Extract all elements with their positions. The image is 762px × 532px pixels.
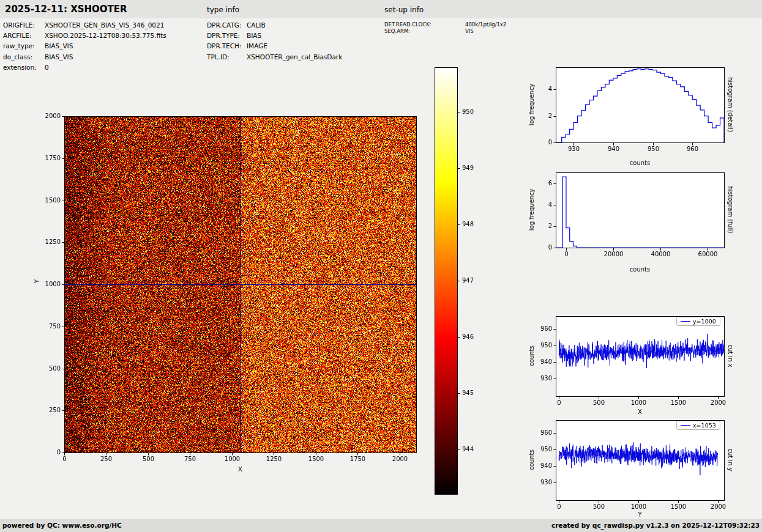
row-det-read-clock: DET.READ.CLOCK:400k/1pt/lg/1x2: [384, 21, 506, 28]
row-tpl-id: TPL.ID:XSHOOTER_gen_cal_BiasDark: [207, 52, 342, 62]
cut-in-x-panel: X counts cut in x y=1000: [523, 307, 738, 423]
field-label: DPR.CATG:: [207, 20, 247, 31]
field-label: DPR.TYPE:: [207, 31, 247, 41]
cut-in-y-panel: Y counts cut in y x=1053: [523, 411, 738, 527]
x-axis-label: X: [64, 466, 416, 473]
field-value: BIAS_VIS: [45, 53, 73, 61]
legend-line-sample: [681, 425, 690, 426]
field-label: DPR.TECH:: [207, 41, 247, 51]
field-value: IMAGE: [247, 42, 267, 50]
legend-label: y=1000: [693, 318, 716, 325]
field-label: DET.READ.CLOCK:: [384, 21, 465, 28]
footer-bar: powered by QC: www.eso.org/HC created by…: [0, 519, 762, 532]
bias-image-canvas: [24, 92, 428, 489]
panel-side-label: histogram (full): [727, 186, 734, 233]
legend: x=1053: [676, 421, 720, 430]
row-seq-arm: SEQ.ARM:VIS: [384, 28, 506, 35]
setup-info-heading: set-up info: [384, 6, 424, 14]
row-dpr-tech: DPR.TECH:IMAGE: [207, 41, 342, 51]
type-info-heading: type info: [207, 6, 239, 14]
x-axis-label: Y: [556, 511, 724, 518]
footer-left: powered by QC: www.eso.org/HC: [2, 522, 122, 529]
row-arcfile: ARCFILE:XSHOO.2025-12-12T08:30:53.775.fi…: [3, 31, 166, 41]
field-label: ORIGFILE:: [3, 20, 45, 31]
legend: y=1000: [676, 317, 720, 326]
page-title: 2025-12-11: XSHOOTER: [5, 4, 127, 15]
field-label: do_class:: [3, 52, 45, 62]
histogram-full-canvas: [523, 163, 738, 276]
field-value: XSHOO.2025-12-12T08:30:53.775.fits: [45, 32, 166, 39]
y-axis-label: Y: [34, 279, 40, 283]
field-label: extension:: [3, 62, 45, 73]
footer-right: created by qc_rawdisp.py v1.2.3 on 2025-…: [551, 522, 760, 529]
row-dpr-type: DPR.TYPE:BIAS: [207, 31, 342, 41]
colorbar-panel: [428, 64, 487, 501]
field-value: CALIB: [247, 21, 266, 29]
file-info-block: ORIGFILE:XSHOOTER_GEN_BIAS_VIS_346_0021 …: [3, 20, 166, 73]
y-axis-label: log frequency: [528, 189, 535, 231]
row-do-class: do_class:BIAS_VIS: [3, 52, 166, 62]
header-bar: 2025-12-11: XSHOOTER type info set-up in…: [0, 0, 762, 18]
row-extension: extension:0: [3, 62, 166, 73]
row-origfile: ORIGFILE:XSHOOTER_GEN_BIAS_VIS_346_0021: [3, 20, 166, 31]
field-value: BIAS_VIS: [45, 42, 73, 50]
panel-side-label: cut in y: [727, 448, 734, 471]
bias-image-panel: X Y: [24, 92, 428, 489]
field-label: raw_type:: [3, 41, 45, 51]
y-axis-label: log frequency: [528, 84, 535, 126]
field-value: XSHOOTER_gen_cal_BiasDark: [247, 53, 342, 61]
field-value: 0: [45, 64, 49, 71]
setup-info-block: DET.READ.CLOCK:400k/1pt/lg/1x2 SEQ.ARM:V…: [384, 21, 506, 35]
field-value: VIS: [465, 28, 474, 34]
legend-line-sample: [681, 321, 690, 322]
field-label: ARCFILE:: [3, 31, 45, 41]
y-axis-label: counts: [528, 449, 535, 470]
y-axis-label: counts: [528, 345, 535, 366]
legend-label: x=1053: [693, 422, 716, 429]
field-value: BIAS: [247, 32, 261, 39]
histogram-full-panel: counts log frequency histogram (full): [523, 163, 738, 276]
histogram-detail-panel: counts log frequency histogram (detail): [523, 58, 738, 171]
panel-side-label: cut in x: [727, 344, 734, 367]
field-label: TPL.ID:: [207, 52, 247, 62]
histogram-detail-canvas: [523, 58, 738, 171]
field-value: XSHOOTER_GEN_BIAS_VIS_346_0021: [45, 21, 164, 29]
x-axis-label: counts: [556, 266, 724, 273]
field-label: SEQ.ARM:: [384, 28, 465, 35]
field-value: 400k/1pt/lg/1x2: [465, 21, 506, 28]
row-raw-type: raw_type:BIAS_VIS: [3, 41, 166, 51]
row-dpr-catg: DPR.CATG:CALIB: [207, 20, 342, 31]
panel-side-label: histogram (detail): [727, 77, 734, 132]
type-info-block: DPR.CATG:CALIB DPR.TYPE:BIAS DPR.TECH:IM…: [207, 20, 342, 62]
colorbar-canvas: [428, 64, 487, 501]
